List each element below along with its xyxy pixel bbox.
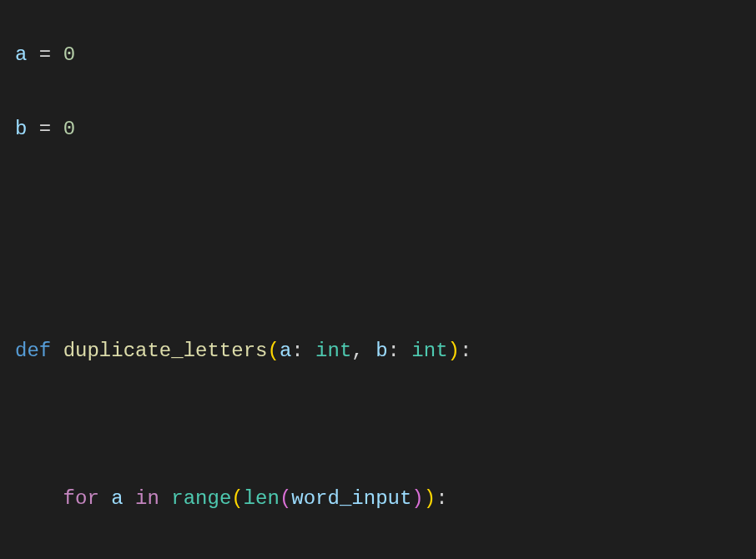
function-name: duplicate_letters (63, 340, 268, 362)
paren-close: ) (448, 340, 460, 362)
type-int: int (315, 340, 351, 362)
builtin-len: len (244, 487, 280, 510)
keyword-for: for (63, 487, 99, 510)
code-line-2[interactable]: b = 0 (15, 111, 741, 148)
paren-open: ( (280, 487, 291, 510)
param-a: a (280, 340, 291, 362)
code-line-6[interactable] (15, 407, 741, 444)
operator-assign: = (27, 118, 63, 140)
code-line-3[interactable] (15, 185, 741, 222)
type-int: int (411, 340, 447, 362)
variable-a: a (15, 43, 27, 66)
code-line-4[interactable] (15, 259, 741, 295)
variable-a: a (111, 487, 123, 510)
keyword-in: in (135, 487, 159, 510)
operator-assign: = (27, 43, 63, 66)
code-line-1[interactable]: a = 0 (15, 37, 741, 73)
paren-open: ( (267, 340, 279, 362)
param-b: b (375, 340, 387, 362)
variable-b: b (15, 118, 27, 140)
code-line-7[interactable]: for a in range(len(word_input)): (15, 481, 741, 517)
paren-close: ) (411, 487, 423, 510)
number-literal: 0 (63, 43, 75, 66)
paren-open: ( (231, 487, 243, 510)
keyword-def: def (15, 340, 51, 362)
variable-word-input: word_input (291, 487, 411, 510)
paren-close: ) (424, 487, 436, 510)
code-editor[interactable]: a = 0 b = 0 def duplicate_letters(a: int… (15, 0, 741, 559)
code-line-8[interactable]: if (word_input[a] == word_input[b]): (15, 555, 741, 559)
code-line-5[interactable]: def duplicate_letters(a: int, b: int): (15, 333, 741, 370)
builtin-range: range (171, 487, 231, 510)
number-literal: 0 (63, 118, 75, 140)
